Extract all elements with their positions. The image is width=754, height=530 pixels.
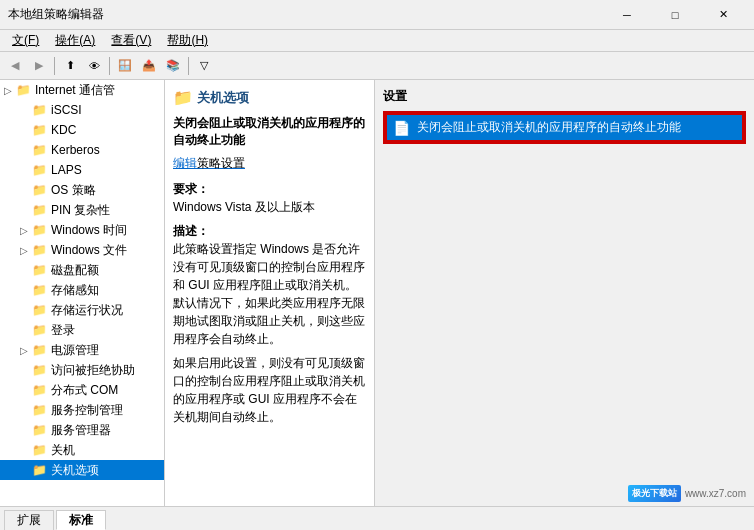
- tree-item-winfile[interactable]: ▷ Windows 文件: [0, 240, 164, 260]
- shutdown-section-label: 关闭会阻止或取消关机的应用程序的自动终止功能: [173, 115, 366, 149]
- tree-item-pin[interactable]: PIN 复杂性: [0, 200, 164, 220]
- tree-item-shutdown[interactable]: 关机: [0, 440, 164, 460]
- tree-label-internet: Internet 通信管: [35, 82, 115, 99]
- panel-title: 📁 关机选项: [173, 88, 366, 107]
- tree-item-storagestatus[interactable]: 存储运行状况: [0, 300, 164, 320]
- tree-item-shutdown-options[interactable]: 关机选项: [0, 460, 164, 480]
- window-controls: ─ □ ✕: [604, 5, 746, 25]
- settings-item-0[interactable]: 📄 关闭会阻止或取消关机的应用程序的自动终止功能: [385, 113, 744, 142]
- settings-list: 📄 关闭会阻止或取消关机的应用程序的自动终止功能: [383, 111, 746, 144]
- tree-item-kdc[interactable]: KDC: [0, 120, 164, 140]
- tree-label-shutdown: 关机: [51, 442, 75, 459]
- tree-item-wintime[interactable]: ▷ Windows 时间: [0, 220, 164, 240]
- settings-title: 设置: [383, 88, 746, 105]
- tree-item-os[interactable]: OS 策略: [0, 180, 164, 200]
- help-button[interactable]: 📚: [162, 55, 184, 77]
- tree-label-diskquota: 磁盘配额: [51, 262, 99, 279]
- menu-action[interactable]: 操作(A): [47, 30, 103, 51]
- tree-panel: ▷ Internet 通信管 iSCSI KDC Kerberos LAPS: [0, 80, 165, 506]
- folder-icon-login: [32, 323, 48, 337]
- tree-label-com: 分布式 COM: [51, 382, 118, 399]
- watermark-logo: 极光下载站: [628, 485, 681, 502]
- tree-item-storage[interactable]: 存储感知: [0, 280, 164, 300]
- tree-label-kdc: KDC: [51, 123, 76, 137]
- tree-label-scm: 服务控制管理: [51, 402, 123, 419]
- folder-icon-laps: [32, 163, 48, 177]
- settings-item-label-0: 关闭会阻止或取消关机的应用程序的自动终止功能: [417, 119, 681, 136]
- minimize-button[interactable]: ─: [604, 5, 650, 25]
- folder-icon-pin: [32, 203, 48, 217]
- arrow-wintime: ▷: [16, 225, 32, 236]
- tree-label-svcmgr: 服务管理器: [51, 422, 111, 439]
- folder-icon-shutdown-options: [32, 463, 48, 477]
- policy-icon: 📄: [393, 120, 411, 136]
- export-button[interactable]: 📤: [138, 55, 160, 77]
- tree-item-internet[interactable]: ▷ Internet 通信管: [0, 80, 164, 100]
- tree-item-com[interactable]: 分布式 COM: [0, 380, 164, 400]
- folder-icon-diskquota: [32, 263, 48, 277]
- close-button[interactable]: ✕: [700, 5, 746, 25]
- watermark-url: www.xz7.com: [685, 488, 746, 499]
- tab-extend[interactable]: 扩展: [4, 510, 54, 530]
- tree-item-login[interactable]: 登录: [0, 320, 164, 340]
- show-hide-button[interactable]: 👁: [83, 55, 105, 77]
- toolbar-separator2: [109, 57, 110, 75]
- tree-label-winfile: Windows 文件: [51, 242, 127, 259]
- arrow-internet: ▷: [0, 85, 16, 96]
- middle-panel: 📁 关机选项 关闭会阻止或取消关机的应用程序的自动终止功能 编辑策略设置 要求：…: [165, 80, 375, 506]
- menu-help[interactable]: 帮助(H): [159, 30, 216, 51]
- window-title: 本地组策略编辑器: [8, 6, 604, 23]
- toolbar-separator: [54, 57, 55, 75]
- menu-file[interactable]: 文(F): [4, 30, 47, 51]
- new-window-button[interactable]: 🪟: [114, 55, 136, 77]
- title-bar: 本地组策略编辑器 ─ □ ✕: [0, 0, 754, 30]
- toolbar-separator3: [188, 57, 189, 75]
- folder-icon-access: [32, 363, 48, 377]
- tree-label-wintime: Windows 时间: [51, 222, 127, 239]
- middle-description: 要求： Windows Vista 及以上版本 描述： 此策略设置指定 Wind…: [173, 180, 366, 426]
- tree-label-access: 访问被拒绝协助: [51, 362, 135, 379]
- arrow-power: ▷: [16, 345, 32, 356]
- folder-icon-kerberos: [32, 143, 48, 157]
- arrow-winfile: ▷: [16, 245, 32, 256]
- main-area: ▷ Internet 通信管 iSCSI KDC Kerberos LAPS: [0, 80, 754, 506]
- tree-label-shutdown-options: 关机选项: [51, 462, 99, 479]
- folder-icon-storagestatus: [32, 303, 48, 317]
- folder-icon-svcmgr: [32, 423, 48, 437]
- tree-item-laps[interactable]: LAPS: [0, 160, 164, 180]
- folder-icon-kdc: [32, 123, 48, 137]
- folder-icon-scm: [32, 403, 48, 417]
- toolbar: ◀ ▶ ⬆ 👁 🪟 📤 📚 ▽: [0, 52, 754, 80]
- tree-label-iscsi: iSCSI: [51, 103, 82, 117]
- filter-button[interactable]: ▽: [193, 55, 215, 77]
- tab-standard[interactable]: 标准: [56, 510, 106, 530]
- forward-button[interactable]: ▶: [28, 55, 50, 77]
- tree-item-iscsi[interactable]: iSCSI: [0, 100, 164, 120]
- folder-icon-winfile: [32, 243, 48, 257]
- tree-item-svcmgr[interactable]: 服务管理器: [0, 420, 164, 440]
- tree-item-kerberos[interactable]: Kerberos: [0, 140, 164, 160]
- up-button[interactable]: ⬆: [59, 55, 81, 77]
- tree-item-power[interactable]: ▷ 电源管理: [0, 340, 164, 360]
- folder-icon-internet: [16, 83, 32, 97]
- tree-label-kerberos: Kerberos: [51, 143, 100, 157]
- folder-icon-storage: [32, 283, 48, 297]
- tree-label-login: 登录: [51, 322, 75, 339]
- back-button[interactable]: ◀: [4, 55, 26, 77]
- edit-policy-link[interactable]: 编辑策略设置: [173, 156, 245, 170]
- tree-item-diskquota[interactable]: 磁盘配额: [0, 260, 164, 280]
- panel-title-icon: 📁: [173, 88, 193, 107]
- folder-icon-os: [32, 183, 48, 197]
- tree-label-storage: 存储感知: [51, 282, 99, 299]
- tree-label-storagestatus: 存储运行状况: [51, 302, 123, 319]
- tree-item-access[interactable]: 访问被拒绝协助: [0, 360, 164, 380]
- folder-icon-shutdown: [32, 443, 48, 457]
- tree-label-laps: LAPS: [51, 163, 82, 177]
- menu-view[interactable]: 查看(V): [103, 30, 159, 51]
- tree-item-scm[interactable]: 服务控制管理: [0, 400, 164, 420]
- tree-label-pin: PIN 复杂性: [51, 202, 110, 219]
- folder-icon-power: [32, 343, 48, 357]
- menu-bar: 文(F) 操作(A) 查看(V) 帮助(H): [0, 30, 754, 52]
- maximize-button[interactable]: □: [652, 5, 698, 25]
- folder-icon-iscsi: [32, 103, 48, 117]
